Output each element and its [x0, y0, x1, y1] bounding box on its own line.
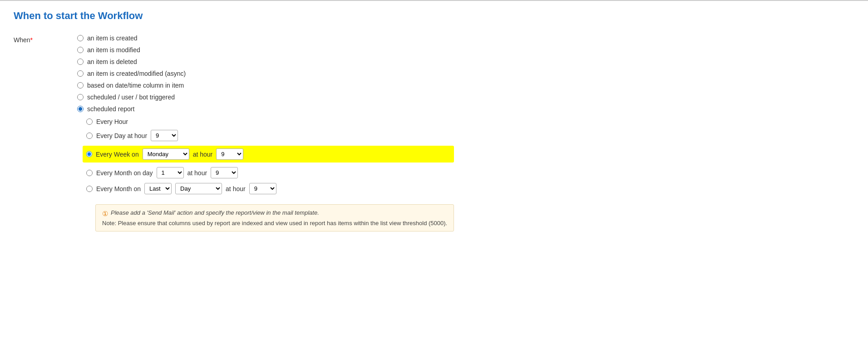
option-modified[interactable]: an item is modified: [77, 46, 454, 54]
notice-text-2: Note: Please ensure that columns used by…: [102, 220, 447, 227]
label-every-week: Every Week on: [96, 151, 139, 158]
label-modified: an item is modified: [87, 46, 140, 54]
label-datetime: based on date/time column in item: [87, 82, 184, 89]
radio-created[interactable]: [77, 35, 84, 41]
at-hour-label-month-day: at hour: [187, 169, 207, 177]
option-scheduled-user[interactable]: scheduled / user / bot triggered: [77, 94, 454, 101]
label-every-month-day: Every Month on day: [96, 169, 153, 177]
sub-option-every-month-day: Every Month on day 1 23456 7891011 12131…: [86, 167, 454, 178]
notice-box: ① Please add a 'Send Mail' action and sp…: [95, 204, 454, 232]
option-deleted[interactable]: an item is deleted: [77, 58, 454, 65]
notice-icon: ①: [102, 210, 108, 218]
every-week-day-select[interactable]: Monday Sunday Tuesday Wednesday Thursday…: [143, 148, 189, 160]
at-hour-label-month-on: at hour: [226, 185, 246, 192]
option-created[interactable]: an item is created: [77, 34, 454, 42]
radio-every-month-day[interactable]: [86, 170, 93, 176]
label-deleted: an item is deleted: [87, 58, 137, 65]
when-radio-group: an item is created an item is modified a…: [77, 34, 454, 232]
radio-every-hour[interactable]: [86, 118, 93, 125]
every-month-day-hour-select[interactable]: 9 01234 567810 1112131415 1617181920 212…: [211, 167, 238, 178]
radio-created-modified[interactable]: [77, 70, 84, 77]
every-month-day-type-select[interactable]: Day Weekday Sunday Monday Tuesday Wednes…: [175, 183, 222, 194]
when-label: When*: [14, 34, 50, 44]
every-month-on-hour-select[interactable]: 9 01234 567810 1112131415 1617181920 212…: [249, 183, 276, 194]
every-month-day-num-select[interactable]: 1 23456 7891011 1213141516 1718192021 22…: [157, 167, 184, 178]
every-day-hour-select[interactable]: 9 01234 567810 1112131415 1617181920 212…: [151, 130, 178, 141]
notice-line-2: Note: Please ensure that columns used by…: [102, 220, 447, 227]
label-created-modified: an item is created/modified (async): [87, 70, 186, 77]
label-every-month-on: Every Month on: [96, 185, 141, 192]
notice-line-1: ① Please add a 'Send Mail' action and sp…: [102, 209, 447, 218]
label-every-hour: Every Hour: [96, 118, 128, 125]
radio-scheduled-user[interactable]: [77, 94, 84, 100]
every-month-last-select[interactable]: Last First: [144, 183, 172, 194]
label-created: an item is created: [87, 34, 138, 42]
radio-datetime[interactable]: [77, 82, 84, 89]
option-datetime[interactable]: based on date/time column in item: [77, 82, 454, 89]
sub-option-every-week-highlighted: Every Week on Monday Sunday Tuesday Wedn…: [83, 146, 454, 163]
radio-every-week[interactable]: [86, 151, 92, 157]
label-every-day: Every Day at hour: [96, 132, 147, 139]
notice-text-1: Please add a 'Send Mail' action and spec…: [111, 209, 319, 216]
sub-option-every-month-on: Every Month on Last First Day Weekday Su…: [86, 183, 454, 194]
radio-deleted[interactable]: [77, 59, 84, 65]
at-hour-label-week: at hour: [193, 151, 213, 158]
page-title: When to start the Workflow: [14, 10, 854, 22]
sub-options-group: Every Hour Every Day at hour 9 01234 567…: [86, 118, 454, 232]
option-scheduled-report[interactable]: scheduled report: [77, 105, 454, 113]
label-scheduled-user: scheduled / user / bot triggered: [87, 94, 175, 101]
radio-modified[interactable]: [77, 47, 84, 53]
radio-every-month-on[interactable]: [86, 186, 93, 192]
form-row: When* an item is created an item is modi…: [14, 34, 854, 232]
required-star: *: [30, 36, 33, 44]
radio-scheduled-report[interactable]: [77, 106, 84, 112]
label-scheduled-report: scheduled report: [87, 105, 134, 113]
page-wrapper: When to start the Workflow When* an item…: [0, 0, 868, 340]
option-created-modified[interactable]: an item is created/modified (async): [77, 70, 454, 77]
radio-every-day[interactable]: [86, 133, 93, 139]
sub-option-every-day: Every Day at hour 9 01234 567810 1112131…: [86, 130, 454, 141]
every-week-hour-select[interactable]: 9 01234 567810 1112131415 1617181920 212…: [216, 148, 243, 160]
sub-option-every-hour[interactable]: Every Hour: [86, 118, 454, 125]
